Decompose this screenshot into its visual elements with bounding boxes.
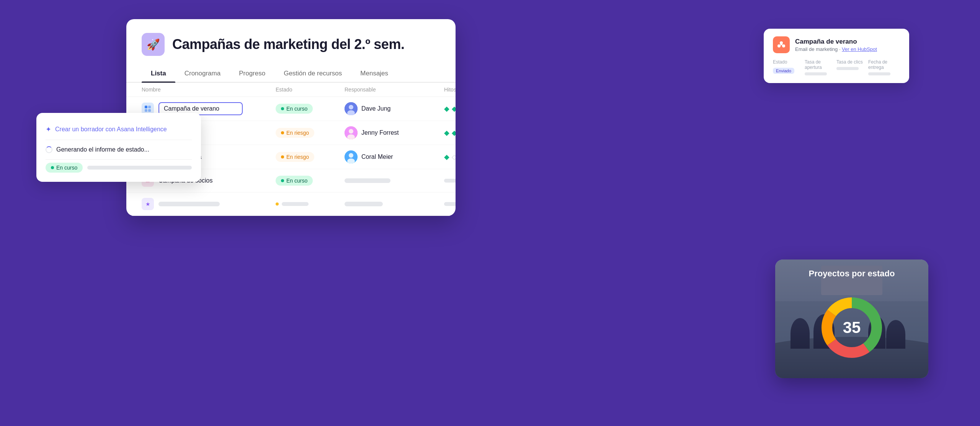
- milestones-cell: ◆ ◇: [444, 153, 456, 161]
- milestones-placeholder: [444, 202, 456, 206]
- table-row: ★: [126, 193, 456, 216]
- status-badge-en-riesgo: En riesgo: [276, 152, 314, 162]
- task-status[interactable]: En riesgo: [276, 128, 345, 138]
- stat-label-entrega: Fecha de entrega: [868, 59, 900, 70]
- project-header: 🚀 Campañas de marketing del 2.º sem.: [126, 33, 456, 65]
- table-header: Nombre Estado Responsable Hitos: [126, 83, 456, 97]
- svg-point-8: [349, 129, 353, 134]
- svg-point-5: [349, 105, 353, 109]
- stat-label-apertura: Tasa de apertura: [805, 59, 836, 70]
- ai-status-badge: En curso: [46, 163, 83, 173]
- chart-content: Proyectos por estado 35: [775, 260, 928, 378]
- hubspot-subtitle: Email de marketing · Ver en HubSpot: [795, 46, 877, 52]
- donut-number: 35: [843, 318, 861, 337]
- milestones-cell: ◆ ◆ ◇ ◇: [444, 129, 456, 137]
- status-badge-en-riesgo: En riesgo: [276, 128, 314, 138]
- project-icon: 🚀: [142, 33, 165, 56]
- tab-mensajes[interactable]: Mensajes: [351, 65, 397, 82]
- assignee-name: Coral Meier: [361, 153, 393, 160]
- svg-rect-1: [148, 106, 151, 108]
- status-badge-en-curso: En curso: [276, 104, 313, 114]
- avatar-jenny: [345, 126, 358, 139]
- chart-title: Proyectos por estado: [784, 269, 919, 279]
- ai-status-label: En curso: [56, 165, 77, 171]
- placeholder-bar: [282, 202, 309, 206]
- col-nombre: Nombre: [142, 87, 276, 93]
- col-responsable: Responsable: [345, 87, 444, 93]
- status-dot-green: [281, 107, 284, 110]
- status-dot-green: [281, 179, 284, 182]
- status-badge-en-curso: En curso: [276, 176, 313, 186]
- milestones-cell: ◆ ◆ ◆ ◆ ◇: [444, 104, 456, 113]
- ai-draft-item[interactable]: ✦ Crear un borrador con Asana Intelligen…: [46, 122, 192, 137]
- hubspot-header: Campaña de verano Email de marketing · V…: [773, 36, 900, 53]
- ai-generating-item: Generando el informe de estado...: [46, 143, 192, 156]
- avatar-coral: [345, 150, 358, 163]
- stat-label-estado: Estado: [773, 59, 805, 65]
- task-name-cell: ★: [142, 198, 276, 210]
- hubspot-logo-icon: [773, 36, 790, 53]
- stat-entrega: Fecha de entrega: [868, 59, 900, 75]
- tab-cronograma[interactable]: Cronograma: [175, 65, 230, 82]
- assignee-cell: Coral Meier: [345, 150, 444, 163]
- task-status[interactable]: En curso: [276, 176, 345, 186]
- hubspot-stats: Estado Enviado Tasa de apertura Tasa de …: [773, 59, 900, 75]
- status-dot-green: [51, 166, 54, 169]
- stat-bar-apertura: [805, 72, 827, 75]
- tab-lista[interactable]: Lista: [142, 65, 175, 82]
- placeholder-bar: [444, 179, 456, 183]
- donut-container: 35: [784, 286, 919, 369]
- task-status-placeholder: [276, 202, 345, 206]
- col-estado: Estado: [276, 87, 345, 93]
- assignee-name: Dave Jung: [361, 105, 391, 112]
- avatar-dave: [345, 102, 358, 115]
- svg-point-13: [780, 41, 783, 44]
- col-hitos: Hitos: [444, 87, 456, 93]
- stat-clics: Tasa de clics: [836, 59, 868, 75]
- assignee-name: Jenny Forrest: [361, 129, 399, 136]
- stat-bar-clics: [836, 67, 859, 70]
- stat-label-clics: Tasa de clics: [836, 59, 868, 65]
- placeholder-bar: [158, 202, 220, 206]
- status-dot-orange: [281, 131, 284, 134]
- svg-rect-3: [148, 109, 151, 112]
- stat-estado: Estado Enviado: [773, 59, 805, 75]
- milestones-placeholder: [444, 179, 456, 183]
- svg-rect-0: [145, 106, 147, 108]
- placeholder-bar: [444, 202, 456, 206]
- ai-generating-label: Generando el informe de estado...: [56, 146, 149, 153]
- ai-draft-label: Crear un borrador con Asana Intelligence: [55, 126, 167, 133]
- tab-gestion[interactable]: Gestión de recursos: [274, 65, 351, 82]
- tab-bar: Lista Cronograma Progreso Gestión de rec…: [126, 65, 456, 83]
- hubspot-link[interactable]: Ver en HubSpot: [842, 46, 877, 52]
- project-title: Campañas de marketing del 2.º sem.: [172, 36, 404, 52]
- svg-rect-2: [145, 109, 147, 112]
- ai-status-row: En curso: [46, 163, 192, 173]
- ai-status-bar: [87, 166, 192, 170]
- task-status[interactable]: En curso: [276, 104, 345, 114]
- spinner-icon: [46, 146, 52, 153]
- hubspot-card: Campaña de verano Email de marketing · V…: [764, 29, 909, 83]
- svg-point-11: [349, 153, 353, 158]
- assignee-cell: Dave Jung: [345, 102, 444, 115]
- ai-divider: [46, 140, 192, 140]
- donut-chart: 35: [817, 293, 886, 362]
- tab-progreso[interactable]: Progreso: [230, 65, 274, 82]
- task-icon-purple: ★: [142, 198, 154, 210]
- assignee-placeholder: [345, 202, 444, 206]
- sent-badge: Enviado: [773, 68, 794, 74]
- assignee-cell: Jenny Forrest: [345, 126, 444, 139]
- task-status[interactable]: En riesgo: [276, 152, 345, 162]
- stat-apertura: Tasa de apertura: [805, 59, 836, 75]
- hubspot-info: Campaña de verano Email de marketing · V…: [795, 38, 877, 52]
- hubspot-campaign-name: Campaña de verano: [795, 38, 877, 46]
- ai-divider: [46, 159, 192, 160]
- ai-assistant-card: ✦ Crear un borrador con Asana Intelligen…: [36, 113, 201, 182]
- assignee-cell-placeholder: [345, 178, 444, 183]
- placeholder-bar: [345, 202, 383, 206]
- sparkle-icon: ✦: [46, 125, 51, 134]
- chart-card: Proyectos por estado 35: [775, 260, 928, 378]
- stat-bar-entrega: [868, 72, 890, 75]
- placeholder-bar: [345, 178, 390, 183]
- status-dot-orange: [281, 155, 284, 158]
